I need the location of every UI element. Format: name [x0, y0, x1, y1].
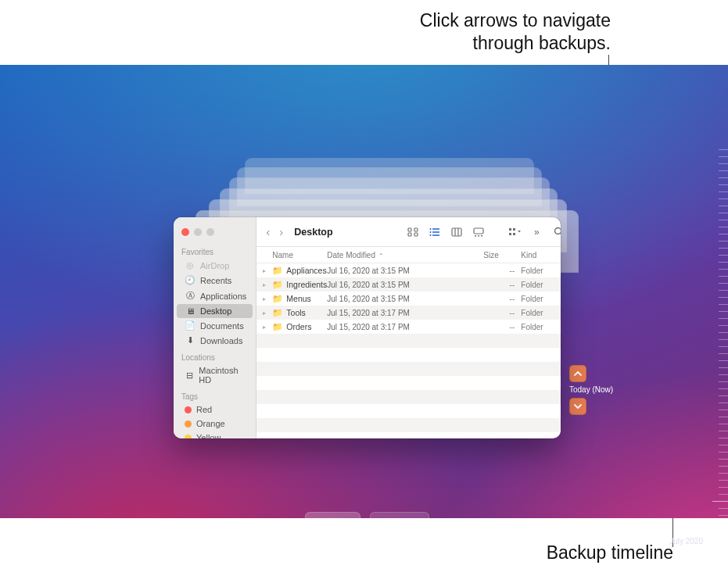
- timeline-tick[interactable]: [719, 473, 728, 474]
- timeline-tick[interactable]: [719, 353, 728, 354]
- forward-button[interactable]: ›: [278, 225, 285, 238]
- timeline-tick[interactable]: [719, 262, 728, 263]
- col-name[interactable]: Name: [272, 251, 327, 259]
- col-size[interactable]: Size: [483, 251, 521, 259]
- timeline-tick[interactable]: [719, 332, 728, 333]
- timeline-tick[interactable]: [719, 163, 728, 164]
- zoom-icon[interactable]: [206, 228, 214, 236]
- timeline-tick[interactable]: [719, 220, 728, 220]
- timeline-tick[interactable]: [719, 276, 728, 277]
- sidebar-item-recents[interactable]: 🕘 Recents: [177, 273, 253, 288]
- table-row[interactable]: ▸📁MenusJul 16, 2020 at 3:15 PM--Folder: [256, 292, 561, 306]
- timeline-tick[interactable]: [719, 431, 728, 431]
- timeline-tick[interactable]: [719, 417, 728, 417]
- view-list-button[interactable]: [427, 225, 443, 239]
- timeline-tick[interactable]: [719, 424, 728, 424]
- sidebar-item-desktop[interactable]: 🖥 Desktop: [177, 304, 253, 318]
- timeline-tick[interactable]: [719, 269, 728, 270]
- table-row: [256, 362, 561, 376]
- group-by-button[interactable]: [507, 225, 522, 239]
- timeline-tick[interactable]: [719, 410, 728, 410]
- timeline-tick[interactable]: [719, 241, 728, 241]
- timeline-tick[interactable]: [719, 494, 728, 495]
- timeline-tick[interactable]: [719, 480, 728, 481]
- timeline-tick[interactable]: [719, 452, 728, 453]
- sidebar-tag-orange[interactable]: Orange: [177, 417, 253, 431]
- view-icons-button[interactable]: [405, 225, 421, 239]
- timeline-tick[interactable]: [719, 388, 728, 389]
- timeline-tick[interactable]: [719, 529, 728, 530]
- timeline-tick[interactable]: [719, 515, 728, 516]
- backup-nav-down-button[interactable]: [569, 398, 586, 415]
- svg-point-8: [430, 231, 432, 233]
- disclosure-icon: ▸: [263, 324, 269, 331]
- timeline-tick[interactable]: [719, 402, 728, 403]
- timeline-tick[interactable]: [719, 445, 728, 445]
- toolbar-more-button[interactable]: »: [529, 225, 544, 239]
- timeline-tick[interactable]: [719, 206, 728, 206]
- timeline-tick[interactable]: [719, 297, 728, 298]
- timeline-tick[interactable]: [719, 459, 728, 460]
- view-gallery-button[interactable]: [471, 225, 486, 239]
- timeline-tick[interactable]: [719, 522, 728, 523]
- sidebar-item-downloads[interactable]: ⬇ Downloads: [177, 333, 253, 348]
- timeline-tick[interactable]: [719, 184, 728, 185]
- timeline-tick[interactable]: [719, 367, 728, 368]
- svg-rect-0: [408, 228, 411, 231]
- timeline-tick[interactable]: [719, 156, 728, 157]
- sidebar-tag-red[interactable]: Red: [177, 402, 253, 417]
- timeline-tick[interactable]: [719, 311, 728, 312]
- cancel-button[interactable]: Cancel: [305, 512, 360, 532]
- timeline-tick[interactable]: [719, 283, 728, 284]
- restore-button[interactable]: Restore: [370, 512, 429, 532]
- file-kind: Folder: [521, 267, 561, 275]
- timeline-tick[interactable]: [719, 318, 728, 319]
- timeline-tick[interactable]: [719, 255, 728, 256]
- timeline-tick[interactable]: [719, 248, 728, 249]
- backup-timeline[interactable]: July 2020 Now: [705, 149, 728, 576]
- timeline-tick[interactable]: [719, 346, 728, 347]
- timeline-tick[interactable]: [719, 177, 728, 178]
- sidebar-item-applications[interactable]: Ⓐ Applications: [177, 288, 253, 304]
- timeline-tick[interactable]: [719, 360, 728, 361]
- timeline-tick[interactable]: [719, 508, 728, 509]
- timeline-tick[interactable]: [719, 374, 728, 375]
- folder-icon: 📁: [272, 322, 283, 332]
- timeline-tick[interactable]: [719, 304, 728, 305]
- timeline-tick[interactable]: [719, 199, 728, 199]
- timeline-tick[interactable]: [712, 501, 728, 502]
- col-date[interactable]: Date Modified⌃: [327, 251, 483, 259]
- timeline-tick[interactable]: [719, 325, 728, 326]
- sidebar-tag-yellow[interactable]: Yellow: [177, 431, 253, 438]
- timeline-tick[interactable]: [719, 487, 728, 488]
- timeline-tick[interactable]: [719, 149, 728, 150]
- timeline-tick[interactable]: [719, 466, 728, 467]
- back-button[interactable]: ‹: [264, 225, 271, 238]
- timeline-tick[interactable]: [719, 227, 728, 227]
- timeline-tick[interactable]: [719, 395, 728, 396]
- table-row[interactable]: ▸📁ToolsJul 15, 2020 at 3:17 PM--Folder: [256, 306, 561, 320]
- action-buttons: Cancel Restore: [305, 512, 429, 532]
- minimize-icon[interactable]: [194, 228, 202, 236]
- timeline-tick[interactable]: [719, 191, 728, 192]
- timeline-tick[interactable]: [712, 536, 728, 537]
- col-kind[interactable]: Kind: [521, 251, 561, 259]
- view-columns-button[interactable]: [449, 225, 464, 239]
- table-row[interactable]: ▸📁AppliancesJul 16, 2020 at 3:15 PM--Fol…: [256, 263, 561, 277]
- search-button[interactable]: [550, 225, 561, 239]
- file-size: --: [483, 295, 521, 303]
- sidebar-item-airdrop[interactable]: ◎ AirDrop: [177, 258, 253, 273]
- backup-nav-up-button[interactable]: [569, 365, 586, 382]
- timeline-tick[interactable]: [719, 438, 728, 438]
- timeline-tick[interactable]: [719, 213, 728, 213]
- timeline-tick[interactable]: [719, 234, 728, 234]
- close-icon[interactable]: [181, 228, 189, 236]
- sidebar-item-macintosh-hd[interactable]: ⊟ Macintosh HD: [177, 363, 253, 387]
- timeline-tick[interactable]: [719, 381, 728, 382]
- table-row[interactable]: ▸📁OrdersJul 15, 2020 at 3:17 PM--Folder: [256, 320, 561, 334]
- timeline-tick[interactable]: [719, 339, 728, 340]
- timeline-tick[interactable]: [719, 290, 728, 291]
- timeline-tick[interactable]: [719, 170, 728, 171]
- sidebar-item-documents[interactable]: 📄 Documents: [177, 318, 253, 333]
- table-row[interactable]: ▸📁IngredientsJul 16, 2020 at 3:15 PM--Fo…: [256, 277, 561, 292]
